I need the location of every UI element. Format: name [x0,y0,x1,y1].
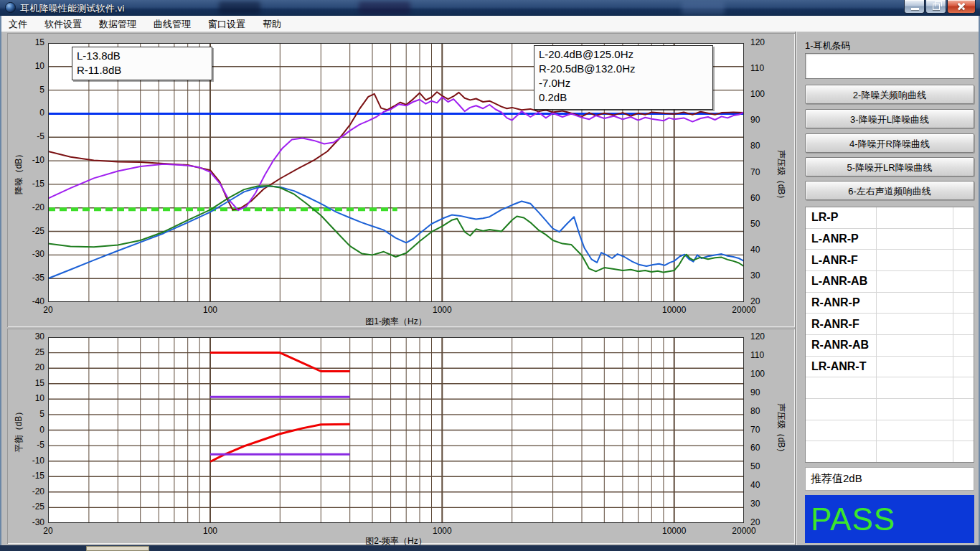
list-item[interactable]: R-ANR-P [806,293,974,314]
list-item-value [876,420,952,441]
measure-lr-channel-button[interactable]: 6-左右声道频响曲线 [805,181,974,200]
recommend-value: 推荐值2dB [805,467,974,491]
list-item-value [876,377,952,398]
axis-tick-label: 40 [750,245,760,255]
window-icon [5,2,16,13]
axis-tick-label: 90 [750,387,760,397]
minimize-icon [911,8,919,10]
list-item[interactable] [806,377,974,399]
axis-tick-label: 100 [203,305,217,315]
measure-anr-on-lr-button[interactable]: 5-降噪开LR降噪曲线 [805,157,974,176]
axis-tick-label: 100 [203,526,217,536]
list-item-value [876,399,952,420]
list-item-label: LR-ANR-T [806,357,876,377]
measure-anr-on-right-button[interactable]: 4-降噪开R降噪曲线 [805,133,974,153]
window-title: 耳机降噪性能测试软件.vi [20,2,125,15]
minimize-button[interactable] [904,0,925,14]
axis-tick-label: 0 [16,108,44,118]
axis-tick-label: 20 [16,362,44,372]
list-item[interactable]: R-ANR-AB [806,335,974,357]
axis-tick-label: 90 [750,115,760,125]
list-item[interactable]: L-ANR-AB [806,271,974,293]
list-item[interactable]: L-ANR-F [806,250,974,271]
readout-line: L-20.4dB@125.0Hz [539,47,708,62]
cursor-readout-right: L-20.4dB@125.0Hz R-20.5dB@132.0Hz -7.0Hz… [534,45,713,110]
list-item-value [876,441,952,462]
menu-help[interactable]: 帮助 [254,17,290,32]
axis-tick-label: 100 [750,89,765,99]
menu-window-settings[interactable]: 窗口设置 [199,17,254,32]
axis-tick-label: 40 [750,480,760,490]
menu-software-settings[interactable]: 软件设置 [36,17,90,32]
pass-indicator: PASS [805,495,974,543]
readout-line: R-20.5dB@132.0Hz [539,62,708,76]
list-item[interactable] [806,420,974,442]
axis-tick-label: 10 [16,393,44,403]
axis-tick-label: 30 [750,270,760,281]
menu-curve-management[interactable]: 曲线管理 [145,17,199,32]
list-item-label [806,377,876,398]
menu-file[interactable]: 文件 [0,17,36,32]
list-item-label: LR-P [806,207,876,228]
cursor-readout-left: L-13.8dB R-11.8dB [72,47,212,80]
list-item-status [953,250,974,270]
axis-tick-label: 5 [16,85,44,95]
axis-tick-label: 70 [750,425,760,435]
window-left-border [0,16,1,545]
list-item-value [876,207,952,228]
list-item-value [876,229,952,250]
list-item-label: R-ANR-F [806,314,876,334]
axis-tick-label: 30 [16,331,44,342]
list-item-status [953,441,974,462]
list-item[interactable]: R-ANR-F [806,314,974,335]
readout-line: R-11.8dB [77,63,207,77]
readout-line: -7.0Hz [539,76,708,90]
readout-line: 0.2dB [539,90,708,105]
close-button[interactable] [947,0,976,14]
axis-tick-label: -30 [16,249,44,259]
axis-tick-label: -25 [16,501,44,512]
axis-tick-label: -30 [16,517,44,527]
axis-tick-label: -20 [16,486,44,496]
list-item-status [953,293,974,314]
readout-line: L-13.8dB [77,49,207,63]
chart2-plot [48,337,744,523]
axis-tick-label: 120 [750,331,765,342]
chart1-x-axis-label: 图1-频率（Hz） [365,316,426,328]
axis-tick-label: 100 [750,369,765,379]
list-item-status [953,420,974,441]
axis-tick-label: -5 [16,131,44,141]
titlebar-reflection [682,1,725,14]
restore-button[interactable] [925,0,946,14]
axis-tick-label: 50 [750,219,760,229]
chart2-right-axis-label: 声压级（dB） [775,403,787,457]
axis-tick-label: 120 [750,37,765,47]
measure-anr-on-left-button[interactable]: 3-降噪开L降噪曲线 [805,109,974,128]
list-item-value [876,314,952,334]
axis-tick-label: 1000 [433,526,452,536]
list-item[interactable] [806,399,974,420]
axis-tick-label: 20 [43,305,52,315]
menu-data-management[interactable]: 数据管理 [90,17,145,32]
axis-tick-label: 10 [16,61,44,71]
titlebar-reflection [359,1,410,14]
list-item-label: L-ANR-P [806,229,876,250]
list-item-status [953,335,974,356]
axis-tick-label: 25 [16,347,44,357]
barcode-input[interactable] [805,53,974,79]
axis-tick-label: -40 [16,296,44,306]
axis-tick-label: 110 [750,350,764,360]
list-item-status [953,271,974,292]
caption-buttons [903,0,976,14]
measure-anr-off-button[interactable]: 2-降噪关频响曲线 [805,85,974,104]
list-item[interactable] [806,441,974,462]
list-item[interactable]: LR-P [806,207,974,229]
list-item[interactable]: L-ANR-P [806,229,974,250]
titlebar[interactable]: 耳机降噪性能测试软件.vi [0,0,980,17]
axis-tick-label: -10 [16,456,44,466]
axis-tick-label: 60 [750,193,760,203]
chart1-right-axis-label: 声压级（dB） [775,150,787,204]
axis-tick-label: 15 [16,37,44,47]
list-item[interactable]: LR-ANR-T [806,357,974,378]
list-item-label: R-ANR-AB [806,335,876,356]
